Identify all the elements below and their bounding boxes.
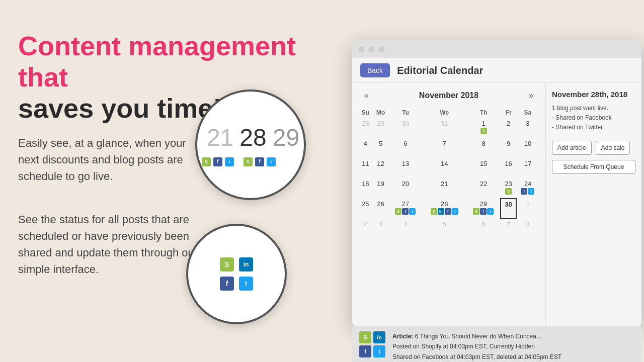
cal-day[interactable]: 6 [388, 138, 422, 158]
cal-day[interactable]: 25 [358, 199, 373, 219]
cal-day[interactable]: 8 [516, 219, 539, 239]
shopify-icon-sm: S [202, 157, 211, 166]
prev-month-button[interactable]: « [360, 89, 373, 102]
cal-day[interactable]: 7 [422, 138, 466, 158]
calendar-nav: « November 2018 » [358, 89, 539, 102]
cal-day[interactable]: 13 [388, 158, 422, 178]
zoom-date-29: 29 [273, 124, 299, 151]
bottom-panel-icons: S in f t [359, 331, 386, 357]
cal-day[interactable]: 15 [466, 158, 501, 178]
twitter-icon-xs: t [452, 208, 458, 215]
subtext2: See the status for all posts that are sc… [18, 211, 209, 278]
table-row: 25 26 27 S f t 28 [358, 199, 539, 219]
table-row: 2 3 4 5 6 7 8 [358, 219, 539, 239]
cal-day[interactable]: 28 [358, 118, 373, 138]
cal-day[interactable]: 4 [358, 138, 373, 158]
shopify-icon-xs: S [505, 188, 512, 195]
linkedin-icon-bottom: in [373, 331, 385, 343]
cal-day[interactable]: 28 S in f t [422, 199, 466, 219]
twitter-icon-sm2: t [267, 157, 276, 166]
cal-header-fr: Fr [501, 107, 516, 118]
cal-day[interactable]: 29 S f t [466, 199, 501, 219]
cal-day[interactable]: 2 [501, 118, 516, 138]
selected-date-label: November 28th, 2018 [552, 90, 635, 99]
cal-day[interactable]: 24 f t [516, 178, 539, 199]
add-article-button[interactable]: Add article [552, 141, 592, 155]
cal-day[interactable]: 2 [358, 219, 373, 239]
cal-day[interactable]: 30 [388, 118, 422, 138]
cal-day[interactable]: 16 [501, 158, 516, 178]
month-year-label: November 2018 [419, 91, 478, 100]
cal-day[interactable]: 19 [373, 178, 389, 199]
cal-day[interactable]: 23 S [501, 178, 516, 199]
cal-day[interactable]: 9 [501, 138, 516, 158]
shopify-icon-large: S [220, 257, 234, 272]
cal-day[interactable]: 18 [358, 178, 373, 199]
cal-day[interactable]: 27 S f t [388, 199, 422, 219]
cal-header-we: We [422, 107, 466, 118]
info-line2: - Shared on Facebook [552, 113, 635, 123]
info-line3: - Shared on Twitter [552, 123, 635, 132]
add-sale-button[interactable]: Add sale [596, 141, 630, 155]
cal-day[interactable]: 21 [422, 178, 466, 199]
cal-day[interactable]: 6 [466, 219, 501, 239]
cal-header-th: Th [466, 107, 501, 118]
back-button[interactable]: Back [360, 63, 390, 77]
zoom-circle-top: 21 28 29 S f t S f t [195, 89, 306, 200]
bottom-icons-row2: f t [359, 345, 386, 357]
twitter-icon-xs: t [409, 208, 416, 215]
cal-day[interactable]: 11 [358, 158, 373, 178]
table-row: 4 5 6 7 8 9 10 [358, 138, 539, 158]
right-panel-info: 1 blog post went live. - Shared on Faceb… [552, 104, 635, 133]
titlebar-dot-1 [358, 46, 364, 52]
shopify-icon-bottom: S [359, 331, 371, 343]
subtext1: Easily see, at a glance, when your next … [18, 135, 209, 185]
zoom-circle-bottom: S in f t [186, 224, 287, 324]
facebook-icon-large: f [220, 277, 234, 291]
cal-day[interactable]: 14 [422, 158, 466, 178]
cal-day[interactable]: 22 [466, 178, 501, 199]
twitter-icon-xs: t [528, 188, 534, 195]
shopify-icon-xs: S [473, 208, 479, 215]
cal-day[interactable]: 12 [373, 158, 389, 178]
cal-day[interactable]: 4 [388, 219, 422, 239]
cal-day[interactable]: 1 S [466, 118, 501, 138]
facebook-icon-xs: f [480, 208, 487, 215]
linkedin-icon-xs: in [438, 208, 444, 215]
calendar-section: « November 2018 » Su Mo Tu We Th Fr Sa [352, 83, 546, 327]
twitter-icon-sm: t [225, 157, 234, 166]
cal-day[interactable]: 5 [422, 219, 466, 239]
cal-day[interactable]: 1 [516, 199, 539, 219]
table-row: 11 12 13 14 15 16 17 [358, 158, 539, 178]
cal-day[interactable]: 10 [516, 138, 539, 158]
cal-day[interactable]: 17 [516, 158, 539, 178]
cal-day[interactable]: 3 [373, 219, 389, 239]
info-line1: 1 blog post went live. [552, 104, 635, 113]
cal-day[interactable]: 20 [388, 178, 422, 199]
cal-day[interactable]: 31 [422, 118, 466, 138]
right-panel: November 28th, 2018 1 blog post went liv… [546, 83, 641, 327]
cal-day[interactable]: 29 [373, 118, 389, 138]
twitter-icon-xs: t [487, 208, 494, 215]
cal-day[interactable]: 8 [466, 138, 501, 158]
cal-day[interactable]: 5 [373, 138, 389, 158]
article-line3: Shared on Facebook at 04:03pm EST, delet… [392, 352, 561, 362]
twitter-icon-bottom: t [373, 345, 385, 357]
zoom-date-21: 21 [207, 124, 233, 151]
twitter-icon-large: t [239, 277, 253, 291]
cal-day[interactable]: 7 [501, 219, 516, 239]
cal-header-su: Su [358, 107, 373, 118]
titlebar-dot-3 [378, 46, 384, 52]
cal-day-today[interactable]: 30 [501, 199, 516, 219]
headline-line1: Content management that [18, 30, 320, 93]
schedule-from-queue-button[interactable]: Schedule From Queue [552, 160, 635, 174]
table-row: 28 29 30 31 1 S 2 3 [358, 118, 539, 138]
shopify-icon-sm2: S [244, 157, 253, 166]
cal-day[interactable]: 26 [373, 199, 389, 219]
cal-header-sa: Sa [516, 107, 539, 118]
linkedin-icon-large: in [239, 257, 253, 272]
window-body: « November 2018 » Su Mo Tu We Th Fr Sa [352, 83, 641, 327]
cal-day[interactable]: 3 [516, 118, 539, 138]
action-buttons-row: Add article Add sale [552, 141, 635, 155]
next-month-button[interactable]: » [525, 89, 537, 102]
